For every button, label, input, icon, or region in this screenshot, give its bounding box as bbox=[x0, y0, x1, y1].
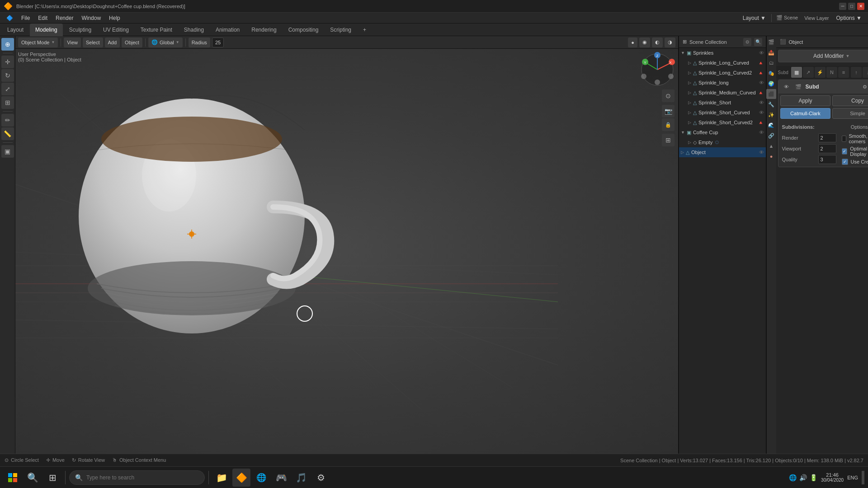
add-cube-tool[interactable]: ▣ bbox=[1, 145, 14, 158]
layout-dropdown[interactable]: Layout ▼ bbox=[739, 14, 769, 22]
render-value[interactable]: 2 bbox=[818, 133, 836, 142]
file-explorer-btn[interactable]: 📁 bbox=[212, 469, 231, 487]
tab-rendering[interactable]: Rendering bbox=[246, 23, 282, 36]
vis-icon-ss[interactable]: 👁 bbox=[759, 100, 764, 105]
props-modifier-tab[interactable]: 🔧 bbox=[766, 99, 776, 109]
object-menu[interactable]: Object bbox=[122, 38, 142, 47]
optimal-check[interactable] bbox=[842, 148, 848, 155]
subd-settings[interactable]: ⚙ bbox=[860, 82, 868, 91]
props-render-tab[interactable]: 🎬 bbox=[766, 37, 776, 47]
options-btn[interactable]: Options ▼ bbox=[832, 14, 865, 22]
tab-texture-paint[interactable]: Texture Paint bbox=[135, 23, 178, 36]
outliner-filter[interactable]: ⊙ bbox=[743, 38, 751, 46]
rotate-tool[interactable]: ↻ bbox=[1, 69, 14, 82]
shading-material[interactable]: ◐ bbox=[652, 38, 663, 47]
add-modifier-button[interactable]: Add Modifier ▼ bbox=[778, 50, 868, 62]
task-view-btn[interactable]: ⊞ bbox=[43, 469, 61, 487]
network-icon[interactable]: 🌐 bbox=[789, 474, 797, 481]
apply-button[interactable]: Apply bbox=[780, 95, 831, 106]
battery-icon[interactable]: 🔋 bbox=[810, 474, 817, 481]
outliner-sprinkle-medium[interactable]: ▷ △ Sprinkle_Medium_Curved 🔺 bbox=[679, 88, 766, 98]
show-desktop-btn[interactable] bbox=[862, 471, 864, 484]
menu-help[interactable]: Help bbox=[105, 14, 124, 22]
transform-tool[interactable]: ⊞ bbox=[1, 96, 14, 109]
creases-check[interactable] bbox=[842, 159, 848, 165]
tab-shading[interactable]: Shading bbox=[179, 23, 209, 36]
outliner-search[interactable]: 🔍 bbox=[754, 38, 762, 46]
smooth-check[interactable] bbox=[842, 136, 846, 142]
outliner-object[interactable]: ▷ △ Object 👁 bbox=[679, 147, 766, 157]
menu-edit[interactable]: Edit bbox=[34, 14, 51, 22]
outliner-sprinkle-short-curved[interactable]: ▷ △ Sprinkle_Short_Curved 👁 bbox=[679, 108, 766, 117]
vis-icon-sprinkles[interactable]: 👁 bbox=[759, 50, 764, 56]
tab-add-workspace[interactable]: + bbox=[358, 23, 372, 36]
viewport-value[interactable]: 2 bbox=[818, 144, 836, 153]
mod-tab-filter[interactable]: ≡ bbox=[838, 67, 849, 78]
mod-tab-simulate[interactable]: ⚡ bbox=[815, 67, 826, 78]
view-lock[interactable]: 🔒 bbox=[662, 118, 675, 131]
props-constraints-tab[interactable]: 🔗 bbox=[766, 131, 776, 141]
props-world-tab[interactable]: 🌍 bbox=[766, 79, 776, 89]
global-btn[interactable]: 🌐 Global ▼ bbox=[148, 38, 183, 47]
props-particles-tab[interactable]: ✨ bbox=[766, 110, 776, 120]
nav-gizmo[interactable]: X Y Z bbox=[639, 52, 675, 88]
vis-icon-sl[interactable]: 👁 bbox=[759, 80, 764, 85]
tab-layout[interactable]: Layout bbox=[2, 23, 29, 36]
outliner-sprinkle-long[interactable]: ▷ △ Sprinkle_long 👁 bbox=[679, 78, 766, 88]
props-object-tab[interactable]: ⬛ bbox=[766, 89, 776, 99]
taskbar-search-box[interactable]: 🔍 bbox=[69, 470, 205, 485]
tab-uv-editing[interactable]: UV Editing bbox=[98, 23, 134, 36]
catmull-clark-btn[interactable]: Catmull-Clark bbox=[780, 108, 831, 119]
mod-tab-normals[interactable]: N bbox=[826, 67, 837, 78]
scale-tool[interactable]: ⤢ bbox=[1, 83, 14, 95]
chrome-btn[interactable]: 🌐 bbox=[252, 469, 270, 487]
menu-render[interactable]: Render bbox=[52, 14, 77, 22]
menu-blender[interactable]: 🔷 bbox=[3, 14, 17, 22]
zoom-to-selection[interactable]: ⊙ bbox=[662, 89, 675, 102]
subd-render-toggle[interactable]: 🎬 bbox=[794, 82, 803, 91]
outliner-sprinkle-short-curved2[interactable]: ▷ △ Sprinkle_Short_Curved2 🔺 bbox=[679, 117, 766, 127]
xbox-btn[interactable]: 🎮 bbox=[272, 469, 290, 487]
outliner-coffee-cup[interactable]: ▼ ▣ Coffee Cup 👁 bbox=[679, 127, 766, 137]
mod-tab-generate[interactable]: ▦ bbox=[791, 67, 802, 78]
minimize-button[interactable]: ─ bbox=[839, 3, 846, 10]
props-view-layer-tab[interactable]: 🗂 bbox=[766, 58, 776, 68]
select-menu[interactable]: Select bbox=[83, 38, 103, 47]
view-camera[interactable]: 📷 bbox=[662, 105, 675, 117]
cursor-tool[interactable]: ⊕ bbox=[1, 38, 14, 51]
vis-icon-obj[interactable]: 👁 bbox=[759, 150, 764, 155]
volume-icon[interactable]: 🔊 bbox=[799, 474, 807, 481]
overlay-toggle[interactable]: ⊞ bbox=[662, 134, 675, 146]
maximize-button[interactable]: □ bbox=[848, 3, 855, 10]
radius-value[interactable]: 25 bbox=[212, 38, 224, 47]
mod-tab-deform[interactable]: ↗ bbox=[803, 67, 814, 78]
shading-render[interactable]: ◑ bbox=[665, 38, 675, 47]
outliner-sprinkle-short[interactable]: ▷ △ Sprinkle_Short 👁 bbox=[679, 98, 766, 108]
tab-animation[interactable]: Animation bbox=[210, 23, 245, 36]
start-button[interactable] bbox=[4, 469, 22, 487]
shading-solid[interactable]: ● bbox=[628, 38, 637, 47]
tab-scripting[interactable]: Scripting bbox=[325, 23, 357, 36]
menu-file[interactable]: File bbox=[18, 14, 33, 22]
copy-button[interactable]: Copy bbox=[832, 95, 868, 106]
tab-sculpting[interactable]: Sculpting bbox=[64, 23, 97, 36]
add-menu[interactable]: Add bbox=[105, 38, 120, 47]
props-output-tab[interactable]: 📤 bbox=[766, 47, 776, 57]
props-physics-tab[interactable]: 🌊 bbox=[766, 120, 776, 130]
search-input[interactable] bbox=[86, 474, 199, 481]
view-menu[interactable]: View bbox=[64, 38, 81, 47]
vis-icon-ssc2[interactable]: 🔺 bbox=[758, 120, 764, 126]
close-button[interactable]: ✕ bbox=[857, 3, 864, 10]
tab-compositing[interactable]: Compositing bbox=[283, 23, 324, 36]
measure-tool[interactable]: 📏 bbox=[1, 127, 14, 140]
search-btn[interactable]: 🔍 bbox=[24, 469, 42, 487]
app6-btn[interactable]: ⚙ bbox=[312, 469, 330, 487]
annotate-tool[interactable]: ✏ bbox=[1, 114, 14, 127]
quality-value[interactable]: 3 bbox=[818, 155, 836, 164]
outliner-sprinkle-long-curved[interactable]: ▷ △ Sprinkle_Long_Curved 🔺 bbox=[679, 58, 766, 68]
mode-select[interactable]: Object Mode ▼ bbox=[18, 38, 58, 47]
subd-vis-toggle[interactable]: 👁 bbox=[782, 82, 791, 91]
move-tool[interactable]: ✛ bbox=[1, 56, 14, 68]
viewport[interactable]: User Perspective (0) Scene Collection | … bbox=[15, 49, 678, 454]
outliner-empty[interactable]: ▷ ◇ Empty ⬡ bbox=[679, 137, 766, 147]
